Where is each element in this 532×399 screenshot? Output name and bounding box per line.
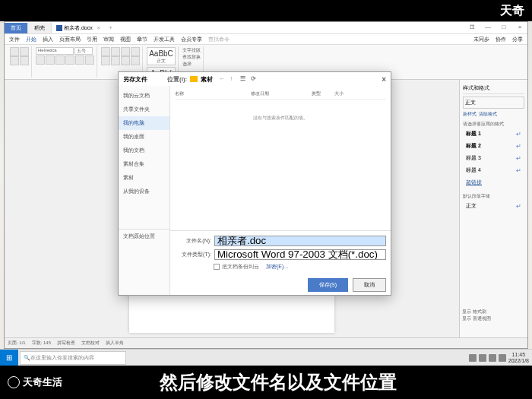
back-icon[interactable]: ←: [219, 75, 226, 83]
col-date[interactable]: 修改日期: [251, 90, 312, 97]
status-mode[interactable]: 文档校对: [81, 340, 100, 347]
justify-icon[interactable]: [131, 56, 140, 65]
align-right-icon[interactable]: [121, 56, 130, 65]
style-item-h3[interactable]: 标题 3↵: [463, 152, 524, 164]
status-insert[interactable]: 插入半角: [106, 340, 124, 347]
save-button[interactable]: 保存(S): [308, 278, 348, 292]
dialog-footer: 保存(S) 取消: [170, 275, 391, 295]
status-page: 页面: 1/1: [8, 340, 26, 347]
tab-kdocs[interactable]: 稻壳: [28, 23, 52, 33]
style-item-body[interactable]: 正文↵: [463, 200, 524, 212]
menu-start[interactable]: 开始: [26, 36, 36, 43]
sidebar-material1[interactable]: 素材合集: [119, 157, 169, 171]
document-tab[interactable]: 相亲者.docx ×: [52, 23, 105, 33]
underline-icon[interactable]: [55, 55, 65, 65]
menu-file[interactable]: 文件: [9, 36, 20, 43]
select-button[interactable]: 选择: [182, 61, 201, 68]
sidebar-device[interactable]: 从我的设备: [119, 185, 169, 198]
maximize-icon[interactable]: □: [496, 24, 511, 33]
clipboard-group: [8, 46, 32, 78]
outdent-icon[interactable]: [131, 47, 140, 56]
panel-opt-1[interactable]: 显示 格式刷: [462, 309, 524, 315]
sidebar-shared[interactable]: 共享文件夹: [119, 103, 169, 116]
view-icon[interactable]: ☰: [240, 75, 248, 83]
menu-insert[interactable]: 插入: [43, 36, 53, 43]
close-icon[interactable]: ×: [512, 24, 527, 33]
close-tab-icon[interactable]: ×: [97, 25, 100, 30]
location-value[interactable]: 素材: [201, 75, 213, 84]
settings-icon[interactable]: ⊡: [464, 24, 480, 33]
highlight-icon[interactable]: [75, 55, 84, 65]
style-item-h1[interactable]: 标题 1↵: [463, 128, 524, 140]
col-name[interactable]: 名称: [175, 90, 251, 97]
sidebar-original[interactable]: 文档原始位置: [119, 229, 169, 243]
bullets-icon[interactable]: [101, 47, 110, 56]
sidebar-documents[interactable]: 我的文档: [119, 144, 169, 157]
align-center-icon[interactable]: [111, 56, 120, 65]
bold-icon[interactable]: [36, 55, 45, 65]
strike-icon[interactable]: [65, 55, 74, 65]
new-tab-icon[interactable]: +: [105, 25, 117, 30]
tab-home[interactable]: 首页: [5, 23, 28, 33]
minimize-icon[interactable]: —: [480, 24, 496, 33]
col-size[interactable]: 大小: [334, 90, 357, 97]
tray-icon[interactable]: [469, 354, 477, 362]
sidebar-computer[interactable]: 我的电脑: [119, 116, 169, 130]
style-item-h2[interactable]: 标题 2↵: [463, 140, 524, 152]
filetype-select[interactable]: [214, 249, 386, 260]
volume-icon[interactable]: [499, 354, 506, 362]
file-list[interactable]: 名称 修改日期 类型 大小 没有与搜索条件匹配的项。: [170, 86, 391, 230]
find-replace-button[interactable]: 查找替换: [182, 54, 201, 61]
style-normal[interactable]: AaBbC正文: [147, 47, 176, 65]
numbering-icon[interactable]: [111, 47, 120, 56]
font-size-select[interactable]: 五号: [74, 47, 93, 55]
indent-icon[interactable]: [121, 47, 130, 56]
copy-icon[interactable]: [10, 56, 19, 65]
up-icon[interactable]: ↑: [230, 75, 237, 83]
current-style[interactable]: 正文: [463, 97, 524, 109]
menu-chapter[interactable]: 章节: [137, 36, 147, 43]
panel-opt-2[interactable]: 显示 普通视图: [462, 315, 524, 322]
cut-icon[interactable]: [20, 47, 29, 56]
italic-icon[interactable]: [46, 55, 55, 65]
paste-icon[interactable]: [10, 47, 19, 56]
status-lang[interactable]: 拼写检查: [57, 340, 75, 347]
font-color-icon[interactable]: [85, 55, 94, 65]
clear-format-button[interactable]: 清除格式: [479, 111, 497, 118]
dialog-title: 另存文件: [123, 75, 147, 84]
new-style-button[interactable]: 新样式: [463, 111, 477, 118]
style-item-h4[interactable]: 标题 4↵: [463, 164, 524, 176]
menu-search[interactable]: 查找命令: [208, 36, 230, 43]
sidebar-cloud[interactable]: 我的云文档: [119, 89, 169, 103]
menu-layout[interactable]: 页面布局: [59, 36, 81, 43]
cancel-button[interactable]: 取消: [353, 278, 386, 292]
style-item-link[interactable]: 超链接: [463, 176, 524, 188]
font-name-select[interactable]: Helvetica: [36, 47, 74, 55]
menu-member[interactable]: 会员专享: [181, 36, 202, 43]
status-bar: 页面: 1/1 字数: 145 拼写检查 文档校对 插入半角: [5, 337, 527, 348]
start-button[interactable]: ⊞: [0, 350, 18, 366]
menu-view[interactable]: 视图: [120, 36, 131, 43]
menu-dev[interactable]: 开发工具: [154, 36, 175, 43]
sidebar-desktop[interactable]: 我的桌面: [119, 130, 169, 144]
dialog-main: 名称 修改日期 类型 大小 没有与搜索条件匹配的项。 文件名(N): 文件类型(…: [170, 86, 391, 295]
wifi-icon[interactable]: [489, 354, 496, 362]
share-button[interactable]: 分享: [512, 36, 523, 43]
taskbar-search[interactable]: 🔍 在这里输入你要搜索的内容: [20, 351, 126, 365]
dialog-close-icon[interactable]: ×: [382, 75, 386, 84]
encrypt-link[interactable]: 加密(E)...: [266, 263, 288, 271]
filename-input[interactable]: [214, 236, 386, 246]
align-left-icon[interactable]: [101, 56, 110, 65]
tray-icon[interactable]: [479, 354, 486, 362]
backup-checkbox[interactable]: [214, 264, 220, 270]
col-type[interactable]: 类型: [312, 90, 334, 97]
clock[interactable]: 11:45 2022/1/8: [508, 352, 529, 363]
menu-ref[interactable]: 引用: [87, 36, 97, 43]
sync-status[interactable]: 未同步: [473, 36, 489, 43]
refresh-icon[interactable]: ⟳: [251, 75, 258, 83]
collab-button[interactable]: 协作: [496, 36, 506, 43]
menu-review[interactable]: 审阅: [103, 36, 114, 43]
sidebar-material2[interactable]: 素材: [119, 171, 169, 185]
format-painter-icon[interactable]: [20, 56, 29, 65]
text-layout-button[interactable]: 文字排版: [182, 47, 201, 54]
